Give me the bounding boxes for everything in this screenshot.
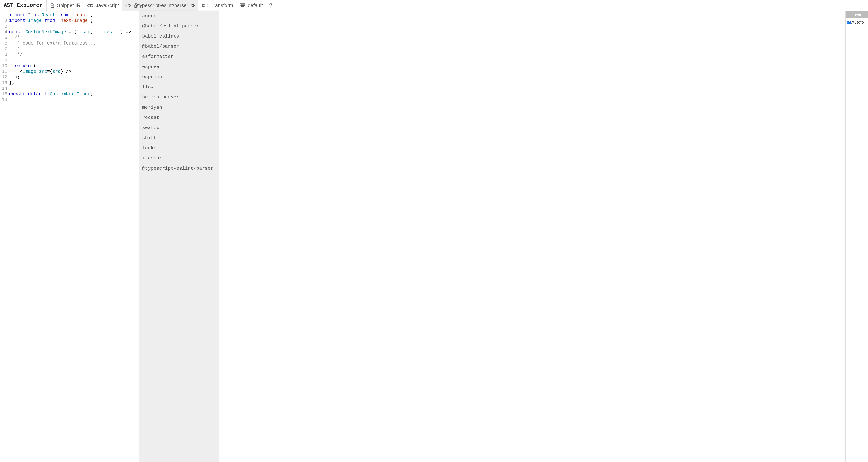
parser-option[interactable]: hermes-parser bbox=[139, 92, 219, 102]
svg-point-11 bbox=[243, 4, 244, 5]
default-label: default bbox=[248, 2, 263, 8]
parser-option[interactable]: seafox bbox=[139, 123, 219, 133]
svg-point-3 bbox=[88, 5, 90, 6]
language-menu[interactable]: JavaScript bbox=[84, 0, 122, 11]
output-pane bbox=[219, 11, 845, 462]
parser-option[interactable]: traceur bbox=[139, 153, 219, 163]
parser-option[interactable]: @babel/eslint-parser bbox=[139, 21, 219, 31]
code-editor[interactable]: 1import * as React from 'react'; 2import… bbox=[0, 11, 139, 462]
parser-option[interactable]: flow bbox=[139, 82, 219, 92]
svg-point-17 bbox=[244, 5, 245, 6]
parser-option[interactable]: meriyah bbox=[139, 102, 219, 112]
parser-label: @typescript-eslint/parser bbox=[133, 2, 188, 8]
parser-option[interactable]: tenko bbox=[139, 143, 219, 153]
gear-icon[interactable] bbox=[191, 3, 195, 8]
parser-menu[interactable]: @typescript-eslint/parser bbox=[122, 0, 198, 11]
right-panel: Tree Autofo bbox=[845, 11, 868, 462]
tab-tree[interactable]: Tree bbox=[846, 11, 868, 18]
svg-point-12 bbox=[244, 4, 245, 5]
transform-menu[interactable]: Transform bbox=[198, 0, 237, 11]
snippet-label: Snippet bbox=[57, 2, 74, 8]
svg-point-6 bbox=[203, 4, 205, 6]
parser-option[interactable]: babel-eslint9 bbox=[139, 31, 219, 41]
svg-point-4 bbox=[91, 5, 93, 6]
svg-point-15 bbox=[242, 5, 243, 6]
code-icon bbox=[125, 3, 131, 8]
svg-point-8 bbox=[241, 4, 241, 5]
parser-option[interactable]: esprima bbox=[139, 72, 219, 82]
toggle-off-icon bbox=[202, 3, 209, 8]
parser-option[interactable]: @typescript-eslint/parser bbox=[139, 163, 219, 173]
language-icon bbox=[88, 3, 93, 8]
parser-dropdown[interactable]: acorn@babel/eslint-parserbabel-eslint9@b… bbox=[139, 11, 219, 462]
snippet-menu[interactable]: Snippet bbox=[46, 0, 85, 11]
parser-option[interactable]: recast bbox=[139, 112, 219, 123]
svg-point-13 bbox=[241, 5, 241, 6]
svg-point-16 bbox=[243, 5, 244, 6]
default-menu[interactable]: default bbox=[237, 0, 266, 11]
keyboard-icon bbox=[240, 3, 246, 7]
parser-option[interactable]: acorn bbox=[139, 11, 219, 21]
svg-point-9 bbox=[241, 4, 242, 5]
app-logo[interactable]: AST Explorer bbox=[0, 0, 46, 11]
language-label: JavaScript bbox=[96, 2, 119, 8]
help-button[interactable]: ? bbox=[266, 2, 276, 8]
parser-option[interactable]: @babel/parser bbox=[139, 41, 219, 52]
autofocus-toggle[interactable]: Autofo bbox=[846, 18, 868, 27]
toolbar: AST Explorer Snippet JavaScript @typescr… bbox=[0, 0, 868, 11]
transform-label: Transform bbox=[211, 2, 233, 8]
code-file-icon bbox=[50, 3, 55, 8]
svg-rect-0 bbox=[78, 4, 79, 5]
svg-point-10 bbox=[242, 4, 243, 5]
autofocus-label: Autofo bbox=[851, 20, 864, 25]
svg-rect-18 bbox=[241, 6, 244, 6]
autofocus-checkbox[interactable] bbox=[847, 21, 850, 24]
svg-rect-1 bbox=[78, 5, 80, 7]
svg-point-14 bbox=[241, 5, 242, 6]
parser-option[interactable]: esformatter bbox=[139, 52, 219, 62]
save-icon bbox=[76, 3, 81, 8]
parser-option[interactable]: espree bbox=[139, 62, 219, 72]
parser-option[interactable]: shift bbox=[139, 133, 219, 143]
